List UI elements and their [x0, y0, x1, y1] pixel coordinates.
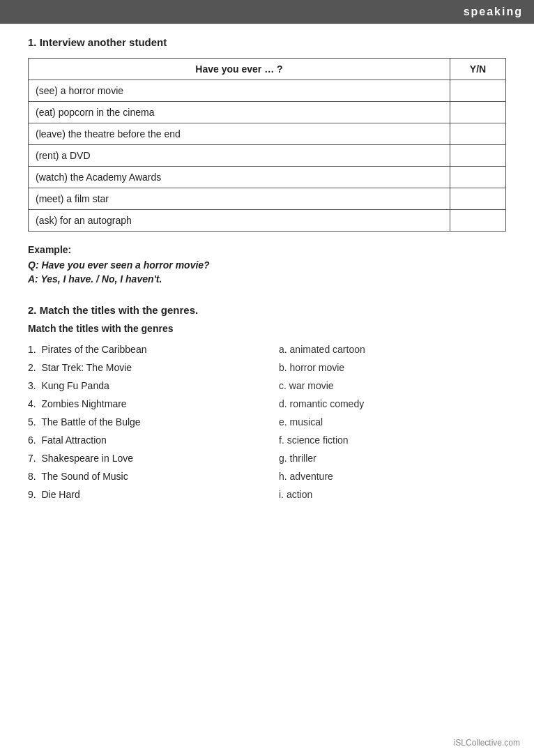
match-subtitle: Match the titles with the genres [28, 323, 506, 334]
table-row: (ask) for an autograph [29, 210, 506, 232]
table-cell-activity: (leave) the theatre before the end [29, 123, 450, 145]
genre-item: b. horror movie [279, 362, 344, 373]
genre-item: g. thriller [279, 453, 316, 464]
movie-name: Fatal Attraction [41, 434, 106, 446]
genre-letter: i. [279, 489, 284, 500]
footer: iSLCollective.com [454, 738, 520, 748]
genre-name: romantic comedy [290, 398, 365, 409]
movie-number: 4. [28, 398, 36, 409]
table-cell-activity: (meet) a film star [29, 188, 450, 210]
match-row: 6. Fatal Attraction f. science fiction [28, 434, 506, 446]
match-row: 5. The Battle of the Bulge e. musical [28, 416, 506, 428]
example-block: Example: Q: Have you ever seen a horror … [28, 244, 506, 285]
genre-letter: d. [279, 398, 287, 409]
table-cell-activity: (eat) popcorn in the cinema [29, 102, 450, 123]
match-list: 1. Pirates of the Caribbean a. animated … [28, 344, 506, 507]
genre-item: c. war movie [279, 380, 334, 391]
movie-number: 5. [28, 416, 36, 428]
table-col2-header: Y/N [450, 59, 506, 80]
movie-title: 5. The Battle of the Bulge [28, 416, 279, 428]
movie-title: 8. The Sound of Music [28, 471, 279, 482]
match-row: 4. Zombies Nightmare d. romantic comedy [28, 398, 506, 409]
genre-name: animated cartoon [290, 344, 365, 355]
movie-title: 7. Shakespeare in Love [28, 453, 279, 464]
genre-letter: g. [279, 453, 287, 464]
genre-item: f. science fiction [279, 434, 349, 446]
movie-number: 9. [28, 489, 36, 500]
movie-number: 8. [28, 471, 36, 482]
page-header: speaking [0, 0, 534, 24]
table-row: (rent) a DVD [29, 145, 506, 167]
movie-title: 3. Kung Fu Panda [28, 380, 279, 391]
table-row: (eat) popcorn in the cinema [29, 102, 506, 123]
table-cell-activity: (rent) a DVD [29, 145, 450, 167]
genre-name: action [287, 489, 312, 500]
movie-name: Shakespeare in Love [41, 453, 133, 464]
footer-text: iSLCollective.com [454, 738, 520, 748]
table-col1-header: Have you ever … ? [29, 59, 450, 80]
genre-letter: b. [279, 362, 287, 373]
header-title: speaking [464, 6, 523, 17]
table-row: (see) a horror movie [29, 80, 506, 102]
match-row: 8. The Sound of Music h. adventure [28, 471, 506, 482]
movie-title: 6. Fatal Attraction [28, 434, 279, 446]
table-cell-yn [450, 123, 506, 145]
table-cell-yn [450, 80, 506, 102]
movie-number: 6. [28, 434, 36, 446]
genre-name: musical [290, 416, 323, 428]
movie-name: Zombies Nightmare [41, 398, 126, 409]
table-cell-yn [450, 188, 506, 210]
genre-item: h. adventure [279, 471, 333, 482]
movie-name: Kung Fu Panda [41, 380, 109, 391]
table-cell-activity: (see) a horror movie [29, 80, 450, 102]
table-row: (meet) a film star [29, 188, 506, 210]
genre-letter: e. [279, 416, 287, 428]
movie-name: Star Trek: The Movie [41, 362, 132, 373]
table-cell-yn [450, 167, 506, 188]
example-label: Example: [28, 244, 506, 255]
match-row: 9. Die Hard i. action [28, 489, 506, 500]
section2-title: 2. Match the titles with the genres. [28, 304, 506, 316]
movie-title: 2. Star Trek: The Movie [28, 362, 279, 373]
table-cell-yn [450, 145, 506, 167]
genre-item: e. musical [279, 416, 323, 428]
genre-name: thriller [290, 453, 316, 464]
movie-number: 3. [28, 380, 36, 391]
table-row: (leave) the theatre before the end [29, 123, 506, 145]
genre-letter: a. [279, 344, 287, 355]
interview-table: Have you ever … ? Y/N (see) a horror mov… [28, 58, 506, 232]
movie-name: Die Hard [41, 489, 79, 500]
movie-number: 2. [28, 362, 36, 373]
movie-title: 4. Zombies Nightmare [28, 398, 279, 409]
main-content: 1. Interview another student Have you ev… [0, 36, 534, 549]
table-cell-yn [450, 210, 506, 232]
match-row: 7. Shakespeare in Love g. thriller [28, 453, 506, 464]
movie-name: The Battle of the Bulge [41, 416, 140, 428]
table-row: (watch) the Academy Awards [29, 167, 506, 188]
genre-name: adventure [290, 471, 333, 482]
genre-name: horror movie [290, 362, 345, 373]
genre-name: war movie [289, 380, 334, 391]
movie-name: Pirates of the Caribbean [41, 344, 146, 355]
example-answer: A: Yes, I have. / No, I haven't. [28, 273, 506, 285]
genre-letter: h. [279, 471, 287, 482]
genre-item: d. romantic comedy [279, 398, 364, 409]
genre-item: a. animated cartoon [279, 344, 365, 355]
match-row: 3. Kung Fu Panda c. war movie [28, 380, 506, 391]
table-cell-activity: (ask) for an autograph [29, 210, 450, 232]
genre-name: science fiction [287, 434, 349, 446]
match-row: 2. Star Trek: The Movie b. horror movie [28, 362, 506, 373]
movie-number: 7. [28, 453, 36, 464]
table-cell-activity: (watch) the Academy Awards [29, 167, 450, 188]
section1-title: 1. Interview another student [28, 36, 506, 48]
match-row: 1. Pirates of the Caribbean a. animated … [28, 344, 506, 355]
example-question: Q: Have you ever seen a horror movie? [28, 259, 506, 271]
genre-item: i. action [279, 489, 312, 500]
genre-letter: c. [279, 380, 287, 391]
movie-title: 1. Pirates of the Caribbean [28, 344, 279, 355]
movie-name: The Sound of Music [41, 471, 128, 482]
genre-letter: f. [279, 434, 284, 446]
movie-number: 1. [28, 344, 36, 355]
movie-title: 9. Die Hard [28, 489, 279, 500]
table-cell-yn [450, 102, 506, 123]
